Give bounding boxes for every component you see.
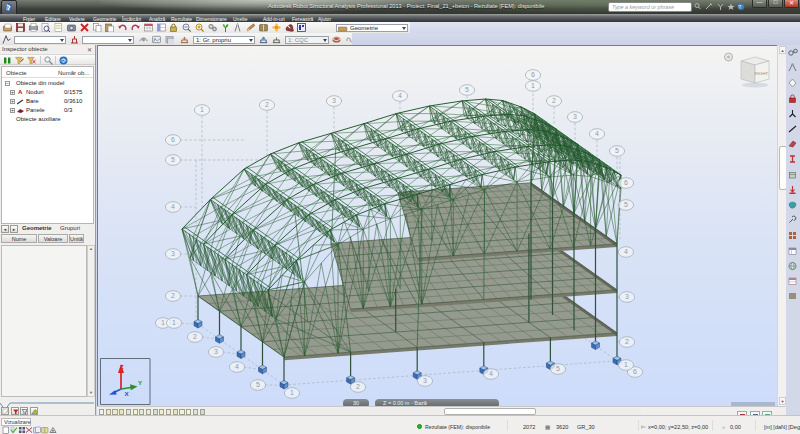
svg-text:X: X xyxy=(125,390,130,397)
svg-text:1: 1 xyxy=(624,361,628,368)
svg-text:2: 2 xyxy=(552,97,556,104)
svg-text:3: 3 xyxy=(423,377,427,384)
svg-text:6: 6 xyxy=(633,368,637,375)
svg-text:Y: Y xyxy=(138,379,143,386)
svg-text:6: 6 xyxy=(624,179,628,186)
svg-text:4: 4 xyxy=(595,130,599,137)
svg-text:4: 4 xyxy=(171,203,175,210)
svg-text:?: ? xyxy=(738,4,744,10)
svg-text:3: 3 xyxy=(625,293,629,300)
svg-text:4: 4 xyxy=(624,248,628,255)
svg-text:3: 3 xyxy=(573,113,577,120)
svg-text:1: 1 xyxy=(200,106,204,113)
svg-text:6: 6 xyxy=(531,71,535,78)
svg-text:1: 1 xyxy=(172,319,176,326)
svg-text:2: 2 xyxy=(356,383,360,390)
svg-text:2: 2 xyxy=(625,338,629,345)
svg-text:5: 5 xyxy=(171,156,175,163)
svg-text:4: 4 xyxy=(489,370,493,377)
svg-text:1: 1 xyxy=(290,389,294,396)
svg-text:3: 3 xyxy=(171,250,175,257)
svg-text:5: 5 xyxy=(256,381,260,388)
svg-text:5: 5 xyxy=(556,365,560,372)
svg-text:6: 6 xyxy=(171,136,175,143)
svg-text:3: 3 xyxy=(214,348,218,355)
svg-text:4: 4 xyxy=(398,92,402,99)
svg-text:4: 4 xyxy=(235,363,239,370)
svg-text:1: 1 xyxy=(531,82,535,89)
svg-text:3: 3 xyxy=(332,97,336,104)
svg-text:5: 5 xyxy=(615,147,619,154)
svg-text:Z: Z xyxy=(120,363,124,370)
svg-text:RIGHT: RIGHT xyxy=(755,71,769,76)
svg-text:2: 2 xyxy=(265,101,269,108)
svg-text:5: 5 xyxy=(624,201,628,208)
svg-text:1: 1 xyxy=(161,319,165,326)
svg-text:5: 5 xyxy=(465,86,469,93)
svg-text:2: 2 xyxy=(193,333,197,340)
svg-text:2: 2 xyxy=(171,292,175,299)
